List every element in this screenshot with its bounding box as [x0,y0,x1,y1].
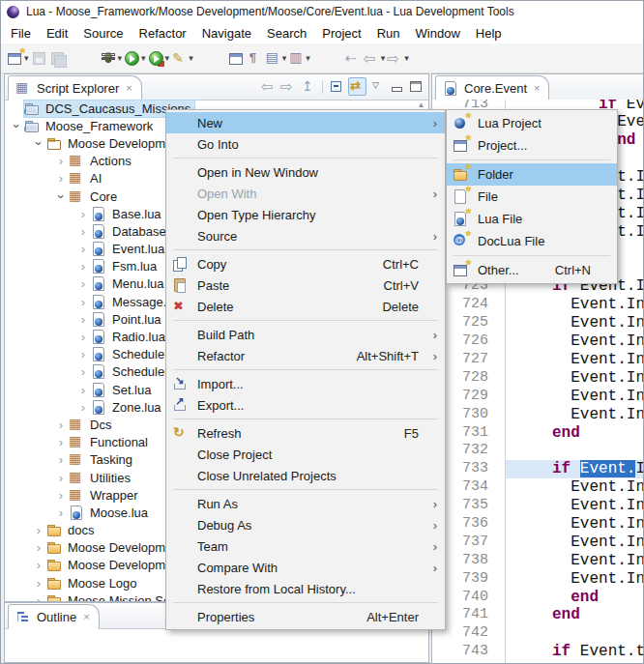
link-editor-icon[interactable] [348,77,366,96]
chevron-collapsed-icon[interactable]: › [75,277,91,290]
chevron-collapsed-icon[interactable]: › [75,243,91,255]
menubar-navigate[interactable]: Navigate [194,24,259,43]
toolbar-last-edit-button[interactable] [345,50,362,67]
chevron-collapsed-icon[interactable]: › [75,296,91,308]
chevron-collapsed-icon[interactable]: › [53,436,69,448]
minimize-icon[interactable] [389,78,405,95]
submenu-item-lua-file[interactable]: ★Lua File [447,208,617,230]
menu-item-build-path[interactable]: Build Path› [166,324,445,345]
chevron-collapsed-icon[interactable]: › [53,419,69,431]
menu-item-delete[interactable]: DeleteDelete [166,296,445,317]
toolbar-annotation-button[interactable]: ▾ [288,50,310,67]
chevron-collapsed-icon[interactable]: › [53,489,69,502]
submenu-item-project[interactable]: ★Project... [447,134,617,157]
toolbar-run-last-button[interactable]: ▾ [148,50,170,67]
menu-item-restore-from-local-history[interactable]: Restore from Local History... [166,578,445,599]
dropdown-caret-icon[interactable]: ▾ [141,53,146,63]
collapse-all-icon[interactable] [329,78,345,95]
chevron-collapsed-icon[interactable]: › [75,208,91,220]
menu-item-debug-as[interactable]: Debug As› [166,514,445,535]
maximize-icon[interactable] [408,78,424,95]
menu-item-run-as[interactable]: Run As› [166,493,445,514]
close-icon[interactable]: × [534,82,540,94]
menubar-search[interactable]: Search [259,24,314,43]
chevron-collapsed-icon[interactable]: › [75,384,91,396]
chevron-collapsed-icon[interactable]: › [75,313,91,326]
menu-item-properties[interactable]: PropertiesAlt+Enter [166,606,445,627]
close-icon[interactable]: × [83,611,89,622]
toolbar-brush-button[interactable]: ▾ [171,50,193,67]
chevron-collapsed-icon[interactable]: › [53,155,69,167]
submenu-item-folder[interactable]: ★Folder [447,163,617,186]
chevron-collapsed-icon[interactable]: › [75,401,91,414]
toolbar-task-button[interactable]: ▾ [265,50,287,67]
chevron-collapsed-icon[interactable]: › [53,472,69,484]
chevron-collapsed-icon[interactable]: › [75,260,91,273]
toolbar-save-all-button[interactable] [49,50,66,67]
chevron-collapsed-icon[interactable]: › [31,577,46,590]
menubar-file[interactable]: File [3,24,39,43]
menu-item-open-type-hierarchy[interactable]: Open Type Hierarchy [166,204,445,225]
chevron-collapsed-icon[interactable]: › [53,453,69,466]
menubar-edit[interactable]: Edit [39,24,75,43]
chevron-collapsed-icon[interactable]: › [75,225,91,238]
close-icon[interactable]: × [126,82,132,94]
menu-item-import[interactable]: Import... [166,373,445,394]
menu-item-compare-with[interactable]: Compare With› [166,557,445,578]
menu-item-open-with[interactable]: Open With› [166,183,445,204]
toolbar-pilcrow-button[interactable] [247,50,263,67]
chevron-expanded-icon[interactable]: › [11,118,23,133]
toolbar-new-wizard-button[interactable]: ★▾ [7,50,29,67]
menu-item-close-project[interactable]: Close Project [166,444,445,465]
menu-item-go-into[interactable]: Go Into [166,133,445,155]
dropdown-caret-icon[interactable]: ▾ [118,53,123,63]
tab-outline[interactable]: Outline × [8,604,100,629]
toolbar-open-type-button[interactable] [228,50,245,67]
back-icon[interactable] [261,78,278,95]
toolbar-run-button[interactable]: ▾ [124,50,146,67]
menu-item-refresh[interactable]: RefreshF5 [166,422,445,444]
dropdown-caret-icon[interactable]: ▾ [306,53,310,63]
dropdown-caret-icon[interactable]: ▾ [189,53,193,63]
chevron-expanded-icon[interactable]: › [55,188,68,204]
view-menu-icon[interactable] [369,78,386,95]
up-icon[interactable] [300,78,316,95]
submenu-item-doclua-file[interactable]: ★DocLua File [447,230,617,252]
submenu-item-file[interactable]: ★File [447,186,617,208]
chevron-collapsed-icon[interactable]: › [75,348,91,361]
chevron-collapsed-icon[interactable]: › [31,559,46,571]
toolbar-back-button[interactable]: ▾ [364,50,386,67]
menu-item-refactor[interactable]: RefactorAlt+Shift+T› [166,345,445,366]
menubar-window[interactable]: Window [408,24,468,43]
dropdown-caret-icon[interactable]: ▾ [165,53,170,63]
menu-item-open-in-new-window[interactable]: Open in New Window [166,161,445,183]
submenu-item-other[interactable]: ★Other...Ctrl+N [447,259,617,281]
chevron-collapsed-icon[interactable]: › [31,541,46,554]
menu-item-close-unrelated-projects[interactable]: Close Unrelated Projects [166,465,445,486]
chevron-collapsed-icon[interactable]: › [31,524,46,536]
menubar-source[interactable]: Source [75,24,131,43]
chevron-collapsed-icon[interactable]: › [53,172,69,185]
menubar-refactor[interactable]: Refactor [132,24,194,43]
menubar-project[interactable]: Project [314,24,368,43]
tab-core-event[interactable]: Core.Event × [435,75,549,101]
chevron-collapsed-icon[interactable]: › [31,594,46,601]
menu-item-team[interactable]: Team› [166,535,445,557]
chevron-collapsed-icon[interactable]: › [53,506,69,519]
tab-script-explorer[interactable]: Script Explorer × [8,75,142,101]
menu-item-paste[interactable]: PasteCtrl+V [166,274,445,296]
menu-item-copy[interactable]: CopyCtrl+C [166,253,445,274]
chevron-collapsed-icon[interactable]: › [75,331,91,343]
menubar-run[interactable]: Run [369,24,408,43]
submenu-item-lua-project[interactable]: ★Lua Project [447,112,617,134]
toolbar-forward-button[interactable]: ▾ [387,50,409,67]
dropdown-caret-icon[interactable]: ▾ [404,53,409,63]
dropdown-caret-icon[interactable]: ▾ [282,53,287,63]
toolbar-debug-button[interactable]: ▾ [101,50,123,67]
chevron-collapsed-icon[interactable]: › [75,365,91,378]
chevron-expanded-icon[interactable]: › [33,135,45,151]
menu-item-new[interactable]: New› [166,112,445,133]
dropdown-caret-icon[interactable]: ▾ [381,53,386,63]
menu-item-export[interactable]: Export... [166,394,445,416]
toolbar-save-button[interactable] [31,50,47,67]
